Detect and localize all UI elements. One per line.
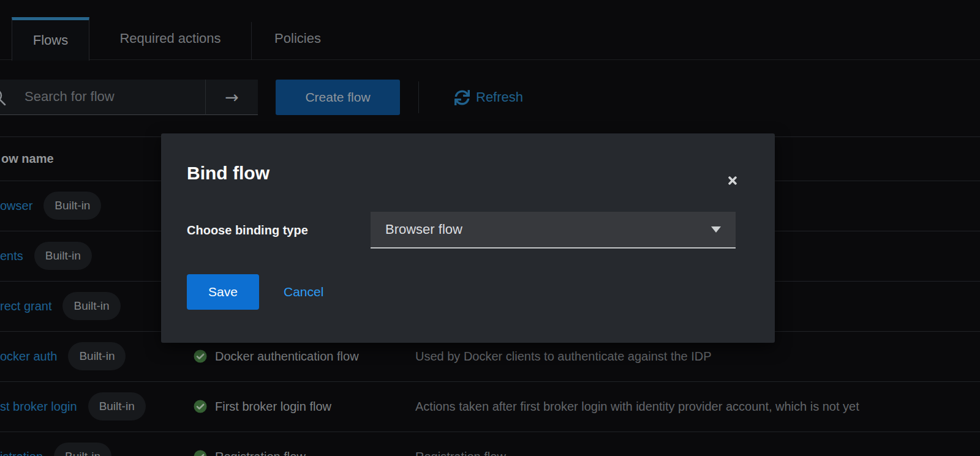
search-submit-button[interactable]: → [205,80,258,115]
flow-link[interactable]: istration [0,450,43,456]
arrow-right-icon: → [225,88,239,107]
refresh-label: Refresh [476,89,523,105]
used-by-flow: Docker authentication flow [215,349,359,364]
close-icon [726,174,739,187]
binding-type-selected-value: Browser flow [385,222,711,237]
chevron-down-icon [711,226,721,233]
tab-required-actions[interactable]: Required actions [89,17,251,60]
column-header-flow-name: ow name [1,136,54,181]
search-box [0,80,205,115]
flow-link[interactable]: owser [0,199,32,213]
tab-flows[interactable]: Flows [12,17,89,61]
binding-type-label: Choose binding type [187,223,371,237]
tab-divider [251,22,252,60]
tab-required-actions-label: Required actions [119,31,221,47]
modal-close-button[interactable] [723,171,742,190]
tab-bar: Flows Required actions Policies [0,17,980,60]
modal-title: Bind flow [187,163,270,184]
tab-flows-label: Flows [33,32,68,48]
built-in-badge: Built-in [68,342,126,370]
table-row: istration Built-in Registration flow Reg… [0,432,980,456]
cancel-button[interactable]: Cancel [284,274,323,310]
built-in-badge: Built-in [34,242,92,270]
search-icon [0,88,7,107]
flow-link[interactable]: ents [0,249,23,263]
toolbar-divider [418,81,419,113]
built-in-badge: Built-in [54,443,111,456]
used-by-flow: First broker login flow [215,400,331,414]
built-in-badge: Built-in [88,392,146,420]
refresh-button[interactable]: Refresh [454,80,523,115]
flow-link[interactable]: ocker auth [0,349,57,364]
used-by-flow: Registration flow [215,450,306,456]
tab-policies[interactable]: Policies [251,17,344,60]
create-flow-button[interactable]: Create flow [276,80,400,115]
flow-link[interactable]: st broker login [0,400,77,414]
refresh-icon [454,90,470,105]
flow-link[interactable]: rect grant [0,299,51,313]
built-in-badge: Built-in [43,192,101,220]
binding-type-form-row: Choose binding type Browser flow [187,212,736,249]
check-circle-icon [193,449,208,456]
built-in-badge: Built-in [62,292,120,320]
check-circle-icon [193,349,208,364]
tab-policies-label: Policies [274,31,321,47]
save-button[interactable]: Save [187,274,259,310]
binding-type-select[interactable]: Browser flow [371,212,736,249]
search-input[interactable] [24,80,202,114]
flow-description: Registration flow [415,432,506,456]
check-circle-icon [193,399,208,414]
table-row: st broker login Built-in First broker lo… [0,381,980,432]
flow-description: Actions taken after first broker login w… [415,381,859,432]
bind-flow-modal: Bind flow Choose binding type Browser fl… [161,133,775,343]
